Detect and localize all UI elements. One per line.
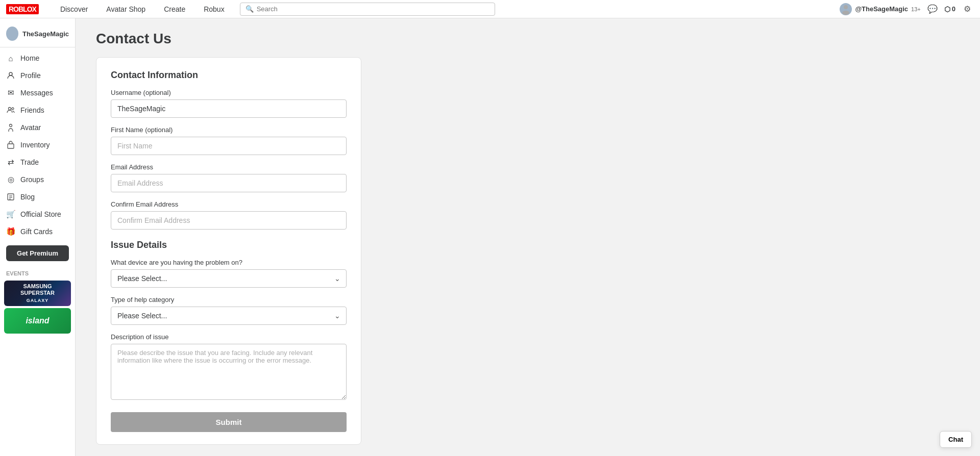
page-title: Contact Us bbox=[96, 31, 960, 47]
device-select[interactable]: Please Select... bbox=[111, 269, 347, 288]
sidebar-item-gift-cards[interactable]: 🎁 Gift Cards bbox=[0, 223, 75, 240]
search-icon: 🔍 bbox=[246, 5, 254, 13]
device-group: What device are you having the problem o… bbox=[111, 259, 347, 288]
settings-icon[interactable]: ⚙ bbox=[961, 3, 974, 16]
svg-point-0 bbox=[844, 5, 848, 9]
sidebar-item-profile[interactable]: Profile bbox=[0, 67, 75, 84]
nav-right: @TheSageMagic 13+ 💬 ⬡ 0 ⚙ bbox=[840, 3, 974, 16]
blog-icon bbox=[6, 192, 15, 201]
sidebar-item-trade[interactable]: ⇄ Trade bbox=[0, 154, 75, 171]
category-select[interactable]: Please Select... bbox=[111, 307, 347, 325]
chat-icon[interactable]: 💬 bbox=[926, 3, 939, 16]
age-badge: 13+ bbox=[911, 6, 921, 12]
user-info[interactable]: @TheSageMagic 13+ bbox=[840, 3, 920, 15]
svg-point-2 bbox=[9, 72, 12, 75]
search-input[interactable] bbox=[257, 5, 489, 13]
svg-point-3 bbox=[9, 108, 11, 110]
chat-button[interactable]: Chat bbox=[940, 431, 972, 448]
sidebar-item-groups[interactable]: ◎ Groups bbox=[0, 171, 75, 188]
category-group: Type of help category Please Select... ⌄ bbox=[111, 296, 347, 325]
friends-icon bbox=[6, 106, 15, 115]
device-select-wrapper: Please Select... ⌄ bbox=[111, 269, 347, 288]
username-label: Username (optional) bbox=[111, 89, 347, 96]
sidebar-item-home[interactable]: ⌂ Home bbox=[0, 49, 75, 67]
sidebar-label-inventory: Inventory bbox=[20, 141, 50, 149]
sidebar-label-blog: Blog bbox=[20, 193, 35, 201]
gift-cards-icon: 🎁 bbox=[6, 227, 15, 236]
sidebar-item-messages[interactable]: ✉ Messages bbox=[0, 84, 75, 102]
svg-rect-6 bbox=[8, 144, 14, 148]
main-content: Contact Us Contact Information Username … bbox=[76, 18, 980, 456]
store-icon: 🛒 bbox=[6, 210, 15, 219]
submit-button[interactable]: Submit bbox=[111, 412, 347, 432]
email-label: Email Address bbox=[111, 163, 347, 171]
messages-icon: ✉ bbox=[6, 88, 15, 97]
avatar bbox=[840, 3, 852, 15]
firstname-input[interactable] bbox=[111, 137, 347, 155]
device-question: What device are you having the problem o… bbox=[111, 259, 347, 266]
sidebar: TheSageMagic ⌂ Home Profile ✉ Messages F… bbox=[0, 18, 76, 456]
sidebar-label-home: Home bbox=[20, 54, 39, 62]
sidebar-item-official-store[interactable]: 🛒 Official Store bbox=[0, 206, 75, 223]
category-select-wrapper: Please Select... ⌄ bbox=[111, 307, 347, 325]
events-label: Events bbox=[0, 266, 75, 278]
description-group: Description of issue bbox=[111, 333, 347, 402]
issue-details-title: Issue Details bbox=[111, 240, 347, 250]
sidebar-avatar bbox=[6, 27, 18, 41]
robux-count: 0 bbox=[952, 5, 955, 13]
svg-point-4 bbox=[12, 108, 14, 110]
email-input[interactable] bbox=[111, 174, 347, 192]
get-premium-button[interactable]: Get Premium bbox=[6, 245, 69, 261]
home-icon: ⌂ bbox=[6, 54, 15, 63]
firstname-group: First Name (optional) bbox=[111, 126, 347, 155]
search-bar[interactable]: 🔍 bbox=[240, 3, 495, 16]
confirm-email-group: Confirm Email Address bbox=[111, 200, 347, 230]
contact-info-title: Contact Information bbox=[111, 70, 347, 81]
roblox-logo[interactable]: ROBLOX bbox=[6, 4, 39, 14]
description-label: Description of issue bbox=[111, 333, 347, 341]
sidebar-label-messages: Messages bbox=[20, 89, 53, 97]
description-textarea[interactable] bbox=[111, 344, 347, 400]
sidebar-user[interactable]: TheSageMagic bbox=[0, 22, 75, 47]
category-label: Type of help category bbox=[111, 296, 347, 303]
robux-icon: ⬡ bbox=[944, 5, 950, 13]
nav-discover[interactable]: Discover bbox=[51, 0, 97, 18]
robux-display[interactable]: ⬡ 0 bbox=[944, 5, 955, 13]
event-card-samsung[interactable]: SAMSUNGSUPERSTARGALAXY bbox=[4, 281, 71, 306]
event-spotify-text: island bbox=[26, 316, 49, 325]
sidebar-label-profile: Profile bbox=[20, 71, 41, 80]
main-layout: TheSageMagic ⌂ Home Profile ✉ Messages F… bbox=[0, 18, 980, 456]
nav-robux[interactable]: Robux bbox=[194, 0, 233, 18]
profile-icon bbox=[6, 71, 15, 80]
event-samsung-text: SAMSUNGSUPERSTARGALAXY bbox=[20, 283, 55, 303]
sidebar-label-trade: Trade bbox=[20, 158, 39, 166]
email-group: Email Address bbox=[111, 163, 347, 192]
sidebar-username: TheSageMagic bbox=[22, 30, 69, 38]
sidebar-item-blog[interactable]: Blog bbox=[0, 188, 75, 206]
sidebar-label-avatar: Avatar bbox=[20, 123, 41, 132]
avatar-icon bbox=[6, 123, 15, 132]
svg-point-5 bbox=[10, 124, 12, 127]
sidebar-label-official-store: Official Store bbox=[20, 210, 61, 218]
event-card-spotify[interactable]: island bbox=[4, 308, 71, 334]
contact-form-card: Contact Information Username (optional) … bbox=[96, 57, 361, 445]
confirm-email-label: Confirm Email Address bbox=[111, 200, 347, 208]
svg-point-1 bbox=[842, 11, 849, 15]
nav-create[interactable]: Create bbox=[155, 0, 194, 18]
nav-links: Discover Avatar Shop Create Robux bbox=[51, 0, 234, 18]
trade-icon: ⇄ bbox=[6, 158, 15, 167]
sidebar-item-inventory[interactable]: Inventory bbox=[0, 136, 75, 154]
username-input[interactable] bbox=[111, 99, 347, 118]
sidebar-label-friends: Friends bbox=[20, 106, 44, 114]
inventory-icon bbox=[6, 140, 15, 149]
sidebar-item-friends[interactable]: Friends bbox=[0, 102, 75, 119]
top-navigation: ROBLOX Discover Avatar Shop Create Robux… bbox=[0, 0, 980, 18]
username-label: @TheSageMagic bbox=[855, 5, 908, 13]
sidebar-label-gift-cards: Gift Cards bbox=[20, 227, 53, 236]
nav-avatar-shop[interactable]: Avatar Shop bbox=[97, 0, 155, 18]
sidebar-item-avatar[interactable]: Avatar bbox=[0, 119, 75, 136]
username-group: Username (optional) bbox=[111, 89, 347, 118]
sidebar-label-groups: Groups bbox=[20, 175, 44, 184]
firstname-label: First Name (optional) bbox=[111, 126, 347, 134]
confirm-email-input[interactable] bbox=[111, 211, 347, 230]
